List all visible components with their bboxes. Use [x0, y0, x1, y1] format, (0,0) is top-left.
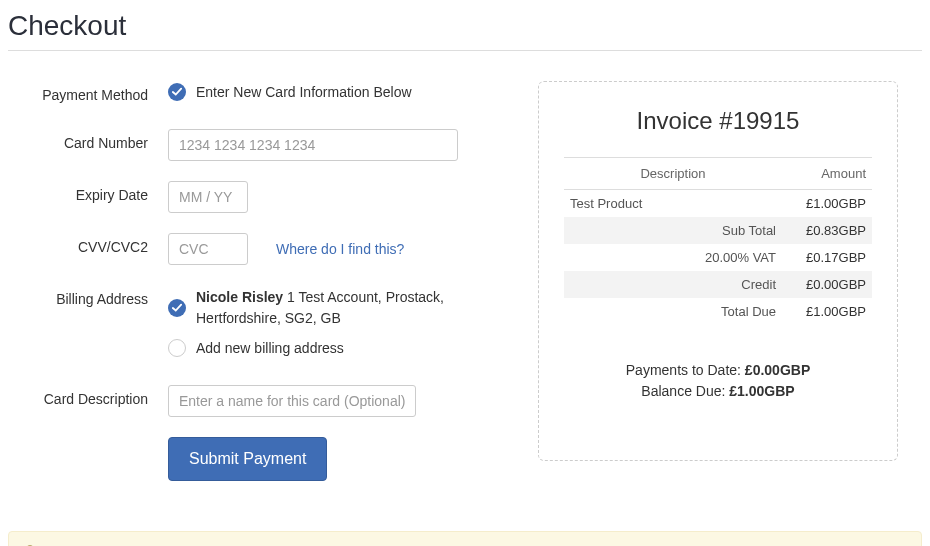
card-number-label: Card Number	[8, 129, 168, 151]
table-row: 20.00% VAT £0.17GBP	[564, 244, 872, 271]
payments-amount: £0.00GBP	[745, 362, 810, 378]
invoice-title: Invoice #19915	[564, 107, 872, 135]
invoice-vat-label: 20.00% VAT	[564, 244, 782, 271]
card-number-input[interactable]	[168, 129, 458, 161]
invoice-panel: Invoice #19915 Description Amount Test P…	[538, 81, 898, 461]
table-row: Sub Total £0.83GBP	[564, 217, 872, 244]
payment-form: Payment Method Enter New Card Informatio…	[8, 81, 508, 501]
invoice-credit-label: Credit	[564, 271, 782, 298]
invoice-totaldue-label: Total Due	[564, 298, 782, 325]
expiry-input[interactable]	[168, 181, 248, 213]
cvv-input[interactable]	[168, 233, 248, 265]
submit-payment-button[interactable]: Submit Payment	[168, 437, 327, 481]
payment-method-option: Enter New Card Information Below	[196, 84, 412, 100]
billing-label: Billing Address	[8, 285, 168, 307]
payment-method-label: Payment Method	[8, 81, 168, 103]
balance-label: Balance Due:	[641, 383, 729, 399]
table-row: Test Product £1.00GBP	[564, 190, 872, 218]
radio-selected-icon[interactable]	[168, 299, 186, 317]
invoice-subtotal-label: Sub Total	[564, 217, 782, 244]
invoice-product: Test Product	[564, 190, 782, 218]
table-row: Total Due £1.00GBP	[564, 298, 872, 325]
billing-address-option: Nicole Risley 1 Test Account, Prostack, …	[196, 287, 508, 329]
invoice-col-amount: Amount	[782, 158, 872, 190]
billing-name: Nicole Risley	[196, 289, 283, 305]
radio-selected-icon[interactable]	[168, 83, 186, 101]
invoice-table: Description Amount Test Product £1.00GBP…	[564, 157, 872, 325]
billing-add-new-option: Add new billing address	[196, 340, 344, 356]
security-notice: Any data you enter here is submitted sec…	[8, 531, 922, 546]
payments-label: Payments to Date:	[626, 362, 745, 378]
expiry-label: Expiry Date	[8, 181, 168, 203]
invoice-credit-amount: £0.00GBP	[782, 271, 872, 298]
balance-amount: £1.00GBP	[729, 383, 794, 399]
cvv-help-link[interactable]: Where do I find this?	[276, 241, 404, 257]
cvv-label: CVV/CVC2	[8, 233, 168, 255]
invoice-product-amount: £1.00GBP	[782, 190, 872, 218]
invoice-col-description: Description	[564, 158, 782, 190]
description-label: Card Description	[8, 385, 168, 407]
invoice-totaldue-amount: £1.00GBP	[782, 298, 872, 325]
card-description-input[interactable]	[168, 385, 416, 417]
invoice-summary: Payments to Date: £0.00GBP Balance Due: …	[564, 360, 872, 402]
radio-unselected-icon[interactable]	[168, 339, 186, 357]
page-title: Checkout	[8, 10, 922, 51]
invoice-vat-amount: £0.17GBP	[782, 244, 872, 271]
invoice-subtotal-amount: £0.83GBP	[782, 217, 872, 244]
table-row: Credit £0.00GBP	[564, 271, 872, 298]
